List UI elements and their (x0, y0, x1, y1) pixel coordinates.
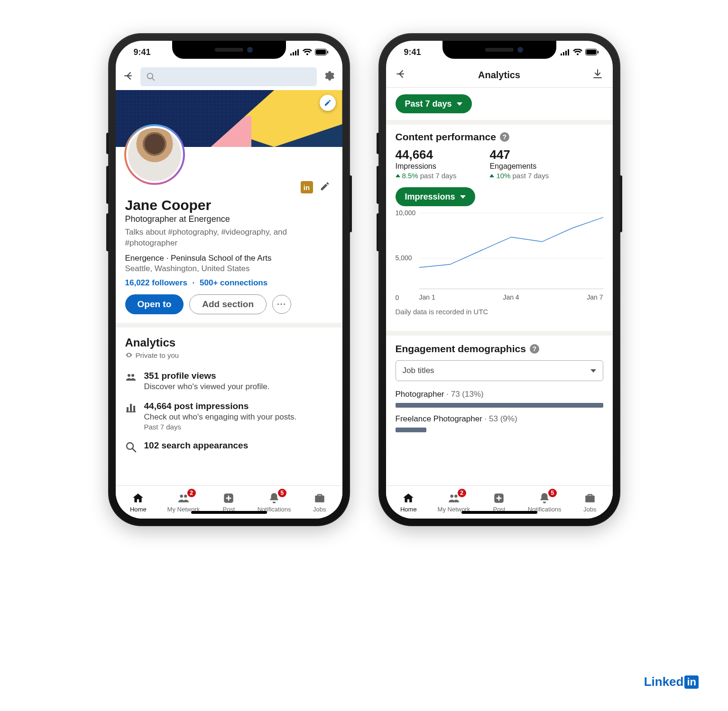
home-icon (402, 492, 415, 504)
profile-talks-about: Talks about #photography, #videography, … (125, 227, 333, 249)
home-indicator[interactable] (191, 511, 267, 514)
stat-search-appearances[interactable]: 102 search appearances (125, 436, 333, 459)
chevron-down-icon (590, 369, 596, 373)
cellular-icon (561, 49, 570, 55)
profile-education: Energence · Peninsula School of the Arts (125, 254, 333, 263)
demographics-title: Engagement demographics ? (396, 343, 603, 355)
demographics-filter[interactable]: Job titles (396, 360, 603, 381)
content-performance-title: Content performance ? (396, 131, 603, 143)
metric-engagements: 447 Engagements 10% past 7 days (489, 147, 549, 180)
svg-rect-21 (586, 50, 596, 55)
svg-rect-5 (316, 50, 326, 55)
bar-chart-icon (125, 401, 138, 431)
more-button[interactable]: ··· (272, 295, 291, 314)
search-icon (146, 72, 156, 82)
chevron-down-icon (460, 195, 466, 199)
svg-rect-22 (598, 51, 599, 54)
page-title: Analytics (478, 70, 520, 81)
briefcase-icon (313, 492, 326, 504)
demographic-bar-row: Photographer · 73 (13%) (396, 390, 603, 408)
svg-rect-16 (561, 54, 562, 55)
stat-post-impressions[interactable]: 44,664 post impressions Check out who's … (125, 396, 333, 436)
profile-location: Seattle, Washington, United States (125, 264, 333, 273)
status-indicators (290, 49, 328, 55)
download-icon (592, 68, 603, 80)
followers-count: 16,022 followers (125, 278, 187, 287)
connections-count: 500+ connections (200, 278, 267, 287)
notch (172, 41, 286, 59)
up-arrow-icon (396, 174, 400, 177)
svg-rect-10 (130, 404, 132, 411)
linkedin-watermark: Linkedin (644, 675, 699, 689)
battery-icon (585, 49, 599, 55)
impressions-chart: 10,000 5,000 0 (396, 213, 603, 303)
add-section-button[interactable]: Add section (189, 294, 267, 314)
cover-image (116, 90, 342, 147)
date-range-selector[interactable]: Past 7 days (396, 94, 472, 113)
nav-home[interactable]: Home (116, 486, 161, 519)
svg-rect-3 (297, 49, 299, 55)
pencil-icon (324, 99, 332, 107)
people-icon (125, 371, 138, 392)
battery-icon (315, 49, 328, 55)
line-chart-svg (419, 213, 603, 289)
svg-rect-2 (295, 51, 296, 55)
nav-jobs[interactable]: Jobs (567, 486, 613, 519)
wifi-icon (303, 49, 312, 55)
help-icon[interactable]: ? (530, 344, 539, 354)
up-arrow-icon (489, 174, 494, 177)
briefcase-icon (584, 492, 596, 504)
stat-profile-views[interactable]: 351 profile views Discover who's viewed … (125, 366, 333, 396)
open-to-button[interactable]: Open to (125, 294, 184, 314)
nav-network-badge: 2 (187, 489, 196, 497)
utc-note: Daily data is recorded in UTC (396, 308, 603, 316)
svg-rect-6 (327, 51, 328, 54)
arrow-left-icon (123, 70, 135, 82)
analytics-section-title: Analytics (125, 336, 333, 349)
settings-button[interactable] (323, 70, 335, 84)
nav-home[interactable]: Home (386, 486, 432, 519)
nav-notifications-badge: 5 (278, 489, 286, 497)
phone-frame-analytics: 9:41 Analytics (378, 33, 620, 526)
profile-follow-stats[interactable]: 16,022 followers · 500+ connections (125, 278, 333, 288)
plus-square-icon (222, 492, 235, 504)
metric-impressions: 44,664 Impressions 8.5% past 7 days (396, 147, 457, 180)
edit-profile-button[interactable] (320, 181, 330, 193)
gear-icon (323, 70, 335, 82)
pencil-icon (320, 181, 330, 191)
cellular-icon (290, 49, 300, 55)
status-time: 9:41 (134, 47, 151, 57)
status-time: 9:41 (404, 47, 421, 57)
home-indicator[interactable] (461, 511, 537, 514)
profile-headline: Photographer at Energence (125, 214, 333, 224)
linkedin-badge-icon: in (301, 181, 313, 193)
nav-notifications-badge: 5 (548, 489, 557, 497)
nav-jobs[interactable]: Jobs (297, 486, 342, 519)
avatar[interactable] (124, 124, 185, 185)
arrow-left-icon (396, 68, 407, 80)
help-icon[interactable]: ? (500, 132, 509, 142)
chart-metric-selector[interactable]: Impressions (396, 187, 475, 206)
back-button[interactable] (123, 70, 135, 83)
svg-rect-17 (563, 52, 564, 55)
download-button[interactable] (592, 68, 603, 82)
edit-cover-button[interactable] (320, 95, 336, 111)
svg-rect-9 (127, 407, 129, 411)
svg-rect-19 (568, 49, 569, 55)
eye-icon (125, 351, 133, 359)
profile-name: Jane Cooper (125, 197, 333, 213)
phone-frame-profile: 9:41 (108, 33, 350, 526)
svg-rect-18 (565, 51, 567, 55)
svg-line-14 (132, 448, 136, 452)
home-icon (132, 492, 144, 504)
nav-network-badge: 2 (458, 489, 466, 497)
search-input[interactable] (140, 67, 317, 86)
svg-rect-12 (126, 411, 136, 412)
back-button[interactable] (396, 68, 407, 82)
wifi-icon (573, 49, 582, 55)
search-icon (125, 440, 138, 455)
chevron-down-icon (457, 102, 462, 106)
status-indicators (561, 49, 599, 55)
notch (442, 41, 556, 59)
demographic-bar-row: Freelance Photographer · 53 (9%) (396, 414, 603, 432)
